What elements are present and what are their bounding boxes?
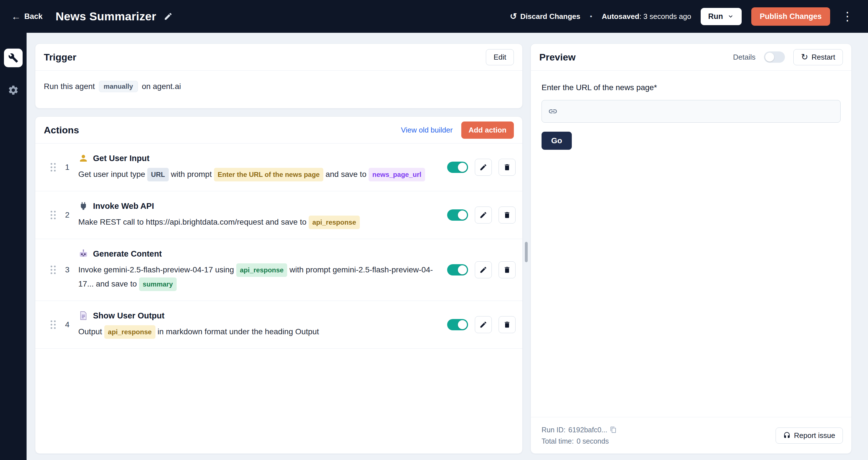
- sidebar: [0, 33, 27, 460]
- drag-handle[interactable]: [51, 266, 56, 274]
- pencil-icon: [479, 211, 487, 219]
- trigger-edit-button[interactable]: Edit: [486, 49, 514, 65]
- variable-badge: summary: [139, 277, 177, 291]
- drag-handle[interactable]: [51, 211, 56, 219]
- run-button[interactable]: Run: [701, 8, 741, 25]
- robot-icon: [78, 249, 89, 259]
- delete-action-button[interactable]: [499, 261, 516, 278]
- delete-action-button[interactable]: [499, 206, 516, 224]
- trash-icon: [503, 266, 511, 274]
- discard-changes-button[interactable]: ↺ Discard Changes: [510, 12, 581, 21]
- topbar-left: ← Back News Summarizer: [11, 10, 173, 23]
- trigger-body: Run this agent manually on agent.ai: [35, 71, 522, 102]
- toggle-knob: [458, 163, 467, 172]
- drag-handle[interactable]: [51, 321, 56, 329]
- edit-action-button[interactable]: [475, 316, 492, 333]
- view-old-builder-link[interactable]: View old builder: [401, 126, 453, 134]
- delete-action-button[interactable]: [499, 159, 516, 176]
- back-button[interactable]: ← Back: [11, 11, 43, 21]
- total-time-value: 0 seconds: [577, 435, 609, 447]
- action-title-row: Get User Input: [78, 153, 440, 163]
- edit-action-button[interactable]: [475, 206, 492, 224]
- preview-title: Preview: [539, 52, 576, 63]
- action-content: Generate ContentInvoke gemini-2.5-flash-…: [75, 249, 440, 291]
- actions-header-right: View old builder Add action: [401, 122, 514, 139]
- actions-card: Actions View old builder Add action 1Get…: [35, 117, 523, 454]
- back-arrow-icon: ←: [11, 11, 21, 21]
- user-icon: [78, 153, 89, 163]
- delete-action-button[interactable]: [499, 316, 516, 333]
- action-row: 1Get User InputGet user input type URL w…: [35, 143, 522, 191]
- document-icon: [78, 310, 89, 321]
- toggle-knob: [458, 320, 467, 329]
- kebab-menu-button[interactable]: ⋮: [840, 10, 855, 22]
- trigger-header: Trigger Edit: [35, 44, 522, 71]
- description-text: and save to: [323, 170, 369, 178]
- publish-changes-button[interactable]: Publish Changes: [751, 7, 830, 26]
- sidebar-item-settings[interactable]: [4, 81, 23, 99]
- action-toggle[interactable]: [447, 319, 468, 330]
- restart-button[interactable]: ↻ Restart: [794, 49, 843, 65]
- trash-icon: [503, 321, 511, 329]
- edit-action-button[interactable]: [475, 159, 492, 176]
- add-action-button[interactable]: Add action: [461, 122, 514, 139]
- scrollbar-thumb[interactable]: [525, 242, 528, 262]
- copy-icon[interactable]: [610, 426, 617, 433]
- action-toggle[interactable]: [447, 162, 468, 173]
- preview-body: Enter the URL of the news page* Go: [531, 71, 851, 417]
- preview-header-right: Details ↻ Restart: [733, 49, 843, 65]
- action-description: Output api_response in markdown format u…: [78, 325, 440, 339]
- details-label: Details: [733, 53, 755, 62]
- run-id-label: Run ID:: [541, 424, 565, 435]
- chevron-down-icon: [727, 13, 734, 20]
- topbar-right: ↺ Discard Changes • Autosaved: 3 seconds…: [510, 7, 855, 26]
- separator-dot: •: [590, 13, 592, 20]
- main-content: Trigger Edit Run this agent manually on …: [27, 33, 868, 460]
- toggle-knob: [458, 210, 467, 220]
- variable-badge: api_response: [236, 263, 287, 277]
- trash-icon: [503, 163, 511, 171]
- autosave-label: Autosaved: [602, 12, 639, 21]
- trigger-text-before: Run this agent: [44, 82, 95, 91]
- url-input-field[interactable]: [562, 107, 834, 116]
- url-field-label: Enter the URL of the news page*: [541, 83, 841, 92]
- action-title-row: Invoke Web API: [78, 201, 440, 211]
- report-issue-button[interactable]: Report issue: [776, 428, 843, 443]
- go-button[interactable]: Go: [541, 132, 572, 150]
- trigger-text-after: on agent.ai: [142, 82, 181, 91]
- gear-icon: [8, 85, 19, 96]
- report-issue-label: Report issue: [794, 431, 835, 440]
- trigger-mode-badge: manually: [99, 81, 138, 92]
- actions-header: Actions View old builder Add action: [35, 117, 522, 143]
- edit-title-pencil-icon[interactable]: [164, 12, 173, 21]
- description-text: Invoke gemini-2.5-flash-preview-04-17 us…: [78, 265, 236, 274]
- action-list: 1Get User InputGet user input type URL w…: [35, 143, 522, 454]
- action-title-row: Generate Content: [78, 249, 440, 259]
- action-row: 3Generate ContentInvoke gemini-2.5-flash…: [35, 239, 522, 301]
- preview-column: Preview Details ↻ Restart Enter the URL …: [530, 43, 851, 454]
- action-toggle[interactable]: [447, 209, 468, 221]
- edit-action-button[interactable]: [475, 261, 492, 278]
- details-toggle[interactable]: [764, 52, 785, 63]
- action-content: Invoke Web APIMake REST call to https://…: [75, 201, 440, 229]
- action-number: 4: [60, 320, 75, 329]
- drag-handle[interactable]: [51, 163, 56, 171]
- action-controls: [447, 159, 516, 176]
- pencil-icon: [479, 163, 487, 171]
- preview-card: Preview Details ↻ Restart Enter the URL …: [530, 43, 851, 454]
- variable-badge: api_response: [309, 216, 360, 229]
- action-title-row: Show User Output: [78, 310, 440, 321]
- history-icon: ↺: [510, 12, 517, 21]
- variable-badge: Enter the URL of the news page: [214, 168, 323, 182]
- trash-icon: [503, 211, 511, 219]
- toggle-knob: [765, 53, 774, 62]
- toggle-knob: [458, 265, 467, 274]
- action-toggle[interactable]: [447, 264, 468, 275]
- autosave-status: Autosaved: 3 seconds ago: [602, 12, 691, 21]
- sidebar-item-build[interactable]: [4, 48, 23, 67]
- action-title: Generate Content: [93, 249, 162, 259]
- pencil-icon: [479, 266, 487, 274]
- action-controls: [447, 261, 516, 278]
- actions-title: Actions: [44, 125, 79, 136]
- url-input[interactable]: [541, 100, 841, 123]
